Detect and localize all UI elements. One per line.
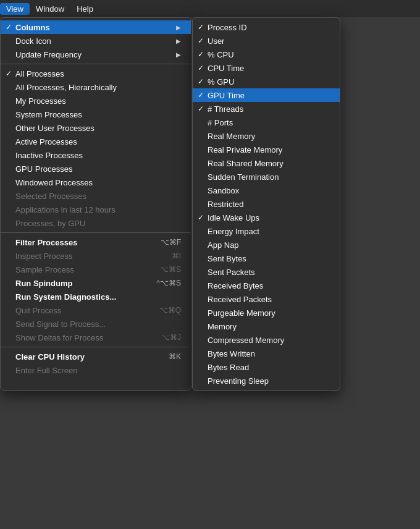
submenu-item-15[interactable]: Energy Impact bbox=[193, 224, 340, 238]
menu-item-1-7[interactable]: GPU Processes bbox=[1, 162, 191, 176]
submenu-arrow-0-1: ▶ bbox=[176, 38, 181, 44]
menu-item-label-2-2: Sample Process bbox=[15, 265, 150, 274]
menu-item-1-5[interactable]: Active Processes bbox=[1, 135, 191, 148]
submenu-item-9[interactable]: Real Private Memory bbox=[193, 143, 340, 156]
submenu-item-18[interactable]: Sent Packets bbox=[193, 265, 340, 279]
submenu-item-3[interactable]: ✓CPU Time bbox=[193, 61, 340, 75]
submenu-item-6[interactable]: ✓# Threads bbox=[193, 102, 340, 116]
menu-separator-2 bbox=[1, 232, 191, 233]
submenu-item-label-3: CPU Time bbox=[208, 64, 244, 73]
submenu-item-label-5: GPU Time bbox=[208, 91, 245, 100]
submenu-item-13[interactable]: Restricted bbox=[193, 197, 340, 211]
menu-item-label-1-7: GPU Processes bbox=[15, 164, 181, 174]
menu-item-2-3[interactable]: Run Spindump^⌥⌘S bbox=[1, 276, 191, 290]
menu-item-3-1: Enter Full Screen bbox=[1, 363, 191, 377]
submenu-checkmark-1: ✓ bbox=[198, 36, 208, 45]
menu-item-label-1-10: Applications in last 12 hours bbox=[15, 205, 181, 214]
submenu-checkmark-5: ✓ bbox=[198, 91, 208, 99]
menu-item-1-2[interactable]: My Processes bbox=[1, 94, 191, 108]
menu-item-label-2-0: Filter Processes bbox=[15, 238, 151, 247]
menu-item-1-4[interactable]: Other User Processes bbox=[1, 121, 191, 135]
menu-item-label-1-0: All Processes bbox=[15, 69, 181, 78]
menu-item-2-4[interactable]: Run System Diagnostics... bbox=[1, 290, 191, 303]
submenu-item-label-19: Received Bytes bbox=[208, 281, 263, 290]
menu-item-label-1-8: Windowed Processes bbox=[15, 178, 181, 187]
submenu-item-4[interactable]: ✓% GPU bbox=[193, 75, 340, 88]
menu-item-2-0[interactable]: Filter Processes⌥⌘F bbox=[1, 235, 191, 249]
menu-item-1-3[interactable]: System Processes bbox=[1, 108, 191, 121]
menubar-help[interactable]: Help bbox=[70, 3, 99, 15]
submenu-checkmark-0: ✓ bbox=[198, 23, 208, 32]
menubar: View Window Help bbox=[0, 0, 420, 17]
submenu-item-19[interactable]: Received Bytes bbox=[193, 279, 340, 292]
submenu-item-11[interactable]: Sudden Termination bbox=[193, 170, 340, 184]
submenu-item-24[interactable]: Bytes Written bbox=[193, 347, 340, 360]
submenu-item-0[interactable]: ✓Process ID bbox=[193, 20, 340, 34]
right-submenu-panel: ✓Process ID✓User✓% CPU✓CPU Time✓% GPU✓GP… bbox=[192, 17, 340, 391]
submenu-item-23[interactable]: Compressed Memory bbox=[193, 333, 340, 347]
submenu-arrow-0-0: ▶ bbox=[176, 24, 181, 31]
menu-item-label-1-5: Active Processes bbox=[15, 137, 181, 146]
submenu-item-label-22: Memory bbox=[208, 322, 237, 331]
menu-item-1-1[interactable]: All Processes, Hierarchically bbox=[1, 80, 191, 94]
menu-item-1-9: Selected Processes bbox=[1, 189, 191, 203]
submenu-item-1[interactable]: ✓User bbox=[193, 34, 340, 48]
menu-item-label-2-4: Run System Diagnostics... bbox=[15, 292, 181, 302]
menu-item-0-0[interactable]: ✓Columns▶ bbox=[1, 20, 191, 34]
menu-item-1-0[interactable]: ✓All Processes bbox=[1, 67, 191, 80]
submenu-item-label-25: Bytes Read bbox=[208, 363, 249, 372]
menu-item-label-3-1: Enter Full Screen bbox=[15, 366, 181, 375]
shortcut-2-2: ⌥⌘S bbox=[160, 265, 181, 274]
menu-item-label-3-0: Clear CPU History bbox=[15, 352, 159, 362]
submenu-item-25[interactable]: Bytes Read bbox=[193, 360, 340, 374]
menu-item-label-1-6: Inactive Processes bbox=[15, 151, 181, 160]
submenu-item-label-1: User bbox=[208, 36, 224, 46]
menu-item-label-2-5: Quit Process bbox=[15, 306, 149, 315]
menu-item-label-2-1: Inspect Process bbox=[15, 252, 162, 261]
menu-item-1-11: Processes, by GPU bbox=[1, 216, 191, 230]
shortcut-2-1: ⌘I bbox=[172, 252, 181, 260]
shortcut-2-0: ⌥⌘F bbox=[161, 238, 181, 247]
submenu-item-label-16: App Nap bbox=[208, 240, 239, 250]
menu-item-2-2: Sample Process⌥⌘S bbox=[1, 263, 191, 276]
submenu-item-label-8: Real Memory bbox=[208, 132, 255, 141]
menu-item-2-1: Inspect Process⌘I bbox=[1, 249, 191, 263]
submenu-item-21[interactable]: Purgeable Memory bbox=[193, 306, 340, 320]
menu-item-label-2-6: Send Signal to Process... bbox=[15, 320, 181, 329]
menu-item-3-0[interactable]: Clear CPU History⌘K bbox=[1, 350, 191, 363]
left-menu-panel: ✓Columns▶Dock Icon▶Update Frequency▶✓All… bbox=[0, 17, 191, 391]
shortcut-2-7: ⌥⌘J bbox=[161, 333, 181, 342]
submenu-item-7[interactable]: # Ports bbox=[193, 116, 340, 129]
menu-item-1-8[interactable]: Windowed Processes bbox=[1, 176, 191, 189]
menu-separator-1 bbox=[1, 64, 191, 64]
submenu-checkmark-14: ✓ bbox=[198, 213, 208, 222]
menubar-window[interactable]: Window bbox=[30, 3, 70, 15]
submenu-item-20[interactable]: Received Packets bbox=[193, 292, 340, 306]
submenu-item-17[interactable]: Sent Bytes bbox=[193, 252, 340, 265]
submenu-item-14[interactable]: ✓Idle Wake Ups bbox=[193, 211, 340, 224]
shortcut-3-0: ⌘K bbox=[169, 352, 181, 361]
submenu-item-12[interactable]: Sandbox bbox=[193, 184, 340, 197]
menu-item-2-6: Send Signal to Process... bbox=[1, 317, 191, 331]
menu-item-2-7: Show Deltas for Process⌥⌘J bbox=[1, 331, 191, 344]
menu-item-label-0-1: Dock Icon bbox=[15, 36, 171, 46]
menu-item-1-6[interactable]: Inactive Processes bbox=[1, 148, 191, 162]
menubar-view[interactable]: View bbox=[0, 3, 30, 15]
submenu-item-16[interactable]: App Nap bbox=[193, 238, 340, 252]
menu-item-label-1-4: Other User Processes bbox=[15, 124, 181, 133]
submenu-item-10[interactable]: Real Shared Memory bbox=[193, 156, 340, 170]
submenu-item-label-12: Sandbox bbox=[208, 186, 239, 195]
submenu-item-26[interactable]: Preventing Sleep bbox=[193, 374, 340, 387]
menu-separator-3 bbox=[1, 347, 191, 347]
submenu-item-22[interactable]: Memory bbox=[193, 320, 340, 333]
menu-item-2-5: Quit Process⌥⌘Q bbox=[1, 303, 191, 317]
shortcut-2-3: ^⌥⌘S bbox=[156, 279, 181, 287]
submenu-item-8[interactable]: Real Memory bbox=[193, 129, 340, 143]
submenu-item-5[interactable]: ✓GPU Time bbox=[193, 88, 340, 102]
submenu-item-2[interactable]: ✓% CPU bbox=[193, 48, 340, 61]
submenu-item-label-4: % GPU bbox=[208, 77, 234, 87]
menu-item-label-2-7: Show Deltas for Process bbox=[15, 333, 151, 342]
checkmark-1-0: ✓ bbox=[6, 69, 15, 78]
menu-item-0-2[interactable]: Update Frequency▶ bbox=[1, 48, 191, 61]
menu-item-0-1[interactable]: Dock Icon▶ bbox=[1, 34, 191, 48]
